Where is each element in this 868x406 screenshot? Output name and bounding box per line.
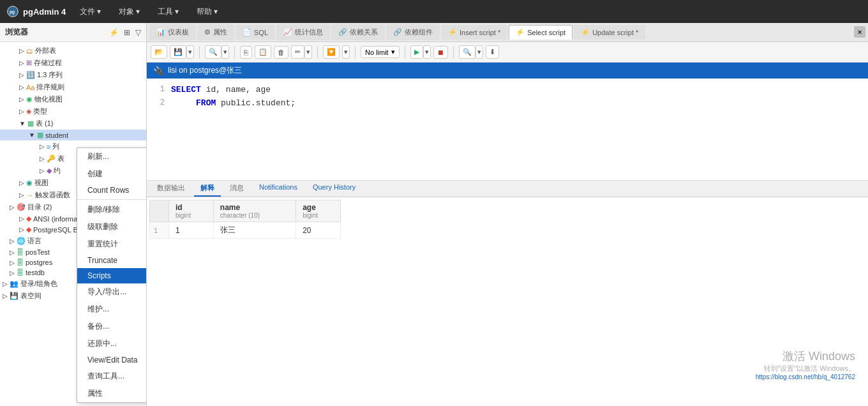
tab-update-script[interactable]: ⚡ Update script * (574, 25, 645, 40)
table-row: 1 1 张三 20 (150, 222, 341, 239)
tab-properties[interactable]: ⚙ 属性 (197, 24, 234, 40)
sql-editor[interactable]: 1 SELECT id, name, age 2 FROM public.stu… (147, 79, 868, 181)
tab-statistics[interactable]: 📈 统计信息 (276, 24, 330, 40)
dashboard-icon: 📊 (156, 28, 165, 36)
tree-item-icon: ◆ (26, 214, 31, 223)
result-tab-output[interactable]: 数据输出 (151, 181, 191, 197)
context-menu-maintenance[interactable]: 维护... (77, 301, 147, 318)
context-menu-reset-stats[interactable]: 重置统计 (77, 236, 147, 253)
context-menu-query-tool[interactable]: 查询工具... (77, 368, 147, 385)
tree-expand-icon: ▷ (19, 47, 24, 54)
toolbar-sep5 (405, 46, 405, 59)
save-dropdown-button[interactable]: ▾ (186, 45, 194, 59)
tree-item-icon: ≡ (47, 143, 50, 151)
context-menu-cascade-delete[interactable]: 级联删除 (77, 218, 147, 236)
tree-item-icon: ▦ (37, 131, 43, 139)
tab-sql[interactable]: 📄 SQL (236, 25, 275, 40)
execute-button[interactable]: ▶ (410, 45, 423, 59)
tree-item-biao[interactable]: ▼ ▦ 表 (1) (0, 117, 146, 130)
row-num-header (150, 200, 169, 222)
menu-help[interactable]: 帮助 ▾ (193, 4, 221, 20)
explain-dropdown-button[interactable]: ▾ (475, 45, 483, 59)
context-menu-properties[interactable]: 属性 (77, 385, 147, 402)
tree-item-icon: ◆ (47, 167, 52, 175)
tree-item-xulie[interactable]: ▷ 🔢 1.3 序列 (0, 69, 146, 81)
execute-dropdown-button[interactable]: ▾ (423, 45, 431, 59)
limit-select[interactable]: No limit ▾ (361, 46, 400, 58)
save-button[interactable]: 💾 (170, 45, 186, 59)
edit-button-group: ✏ ▾ (291, 45, 312, 59)
tree-item-leixing[interactable]: ▷ ◈ 类型 (0, 105, 146, 117)
download-icon: ⬇ (490, 48, 495, 56)
context-menu-scripts[interactable]: Scripts ▶ (77, 268, 147, 283)
tree-item-label: posTest (26, 248, 50, 256)
tree-expand-icon: ▷ (3, 280, 8, 287)
delete-button[interactable]: 🗑 (274, 46, 288, 59)
filter-dropdown-button[interactable]: ▾ (342, 45, 350, 59)
tree-item-icon: ⊞ (26, 59, 32, 67)
tree-item-icon: Aa (26, 84, 34, 91)
connection-label: lisi on postgres@张三 (168, 65, 242, 76)
tab-dependencies[interactable]: 🔗 依赖关系 (331, 24, 385, 40)
search-dropdown-button[interactable]: ▾ (221, 45, 229, 59)
copy-button[interactable]: ⎘ (240, 46, 252, 59)
close-tab-button[interactable]: ✕ (854, 26, 865, 38)
tree-expand-icon: ▼ (29, 132, 35, 139)
tree-item-paixu[interactable]: ▷ Aa 排序规则 (0, 81, 146, 93)
menu-file[interactable]: 文件 ▾ (76, 4, 105, 20)
tab-dependents[interactable]: 🔗 依赖组件 (386, 24, 440, 40)
stop-button[interactable]: ⏹ (433, 46, 448, 59)
context-menu-count-rows[interactable]: Count Rows (77, 183, 147, 198)
menu-object[interactable]: 对象 ▾ (115, 4, 144, 20)
context-menu-backup[interactable]: 备份... (77, 318, 147, 335)
copy-icon: ⎘ (244, 49, 248, 56)
tree-item-icon: 🎯 (17, 203, 26, 211)
tab-bar-wrapper: 📊 仪表板 ⚙ 属性 📄 SQL 📈 统计信息 🔗 依赖关系 (147, 23, 868, 42)
context-menu-refresh[interactable]: 刷新... (77, 148, 147, 165)
context-menu-view-edit-data[interactable]: View/Edit Data ▶ (77, 352, 147, 368)
line-number-2: 2 (152, 97, 165, 110)
result-tab-notifications[interactable]: Notifications (253, 181, 304, 197)
search-button[interactable]: 🔍 (205, 45, 221, 59)
result-tab-query-history[interactable]: Query History (306, 181, 362, 197)
statistics-icon: 📈 (283, 28, 292, 36)
tab-dashboard[interactable]: 📊 仪表板 (149, 24, 196, 40)
sidebar-grid-icon[interactable]: ⊞ (124, 28, 130, 37)
tab-select-script[interactable]: ⚡ Select script (509, 25, 572, 40)
context-menu-restore[interactable]: 还原中... (77, 335, 147, 352)
edit-icon: ✏ (295, 48, 301, 56)
update-script-icon: ⚡ (581, 28, 590, 36)
paste-button[interactable]: 📋 (255, 45, 271, 59)
row-number: 1 (150, 222, 169, 239)
edit-dropdown-button[interactable]: ▾ (304, 45, 312, 59)
tree-item-label: 外部表 (35, 46, 56, 56)
filter-button[interactable]: 🔽 (323, 45, 340, 59)
result-tab-explain[interactable]: 解释 (194, 181, 221, 197)
sql-line-2: 2 FROM public.student; (152, 97, 863, 110)
search-icon: 🔍 (209, 48, 218, 56)
tab-insert-script[interactable]: ⚡ Insert script * (441, 25, 507, 40)
tree-expand-icon: ▷ (19, 84, 24, 91)
save-button-group: 💾 ▾ (170, 45, 194, 59)
tree-item-icon: ◆ (26, 225, 31, 234)
menu-tools[interactable]: 工具 ▾ (154, 4, 183, 20)
edit-button[interactable]: ✏ (291, 45, 304, 59)
explain-button[interactable]: 🔍 (459, 45, 475, 59)
open-file-button[interactable]: 📂 (151, 45, 167, 59)
tree-item-icon: 💾 (10, 292, 19, 300)
tree-item-wuhua[interactable]: ▷ ◉ 物化视图 (0, 93, 146, 105)
sidebar-header-icons: ⚡ ⊞ ▽ (109, 28, 141, 37)
tree-item-student[interactable]: ▼ ▦ student (0, 130, 146, 140)
sidebar-filter-icon[interactable]: ▽ (135, 28, 141, 37)
context-menu-delete[interactable]: 删除/移除 (77, 201, 147, 218)
context-menu: 刷新... 创建 ▶ Count Rows 删除/移除 级联删除 重置统计 Tr… (77, 147, 147, 403)
tree-item-cunchu[interactable]: ▷ ⊞ 存储过程 (0, 57, 146, 69)
cell-id: 1 (169, 222, 214, 239)
context-menu-import-export[interactable]: 导入/导出... (77, 283, 147, 301)
sidebar-bolt-icon[interactable]: ⚡ (109, 28, 119, 37)
tree-item-waichong[interactable]: ▷ 🗂 外部表 (0, 45, 146, 57)
context-menu-create[interactable]: 创建 ▶ (77, 165, 147, 183)
result-tab-messages[interactable]: 消息 (223, 181, 250, 197)
context-menu-truncate[interactable]: Truncate ▶ (77, 253, 147, 268)
download-button[interactable]: ⬇ (486, 45, 499, 59)
